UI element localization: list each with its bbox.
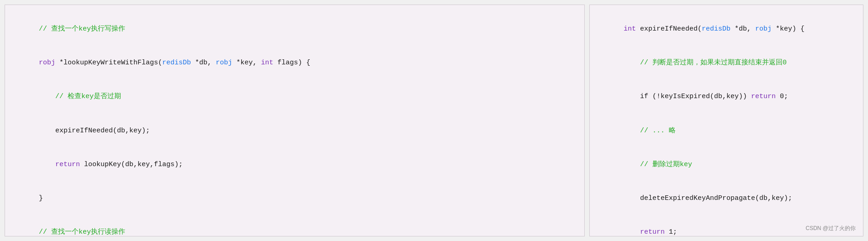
code-line: int expireIfNeeded(redisDb *db, robj *ke… [599,12,854,46]
code-line: return lookupKey(db,key,flags); [14,148,575,182]
right-code-panel: int expireIfNeeded(redisDb *db, robj *ke… [589,5,863,236]
code-line: // 判断是否过期，如果未过期直接结束并返回0 [599,46,854,80]
footer-credit: CSDN @过了火的你 [805,225,856,232]
code-line: if (!keyIsExpired(db,key)) return 0; [599,80,854,114]
code-line: deleteExpiredKeyAndPropagate(db,key); [599,182,854,215]
code-line: // 查找一个key执行读操作 [14,216,575,237]
code-line: // 删除过期key [599,148,854,182]
code-line: // 检查key是否过期 [14,80,575,114]
code-line: } [14,182,575,215]
main-container: // 查找一个key执行写操作 robj *lookupKeyWriteWith… [0,0,868,241]
code-line: robj *lookupKeyWriteWithFlags(redisDb *d… [14,46,575,80]
code-line: // ... 略 [599,114,854,148]
code-line: expireIfNeeded(db,key); [14,114,575,148]
code-line: // 查找一个key执行写操作 [14,12,575,46]
left-code-panel: // 查找一个key执行写操作 robj *lookupKeyWriteWith… [5,5,585,236]
